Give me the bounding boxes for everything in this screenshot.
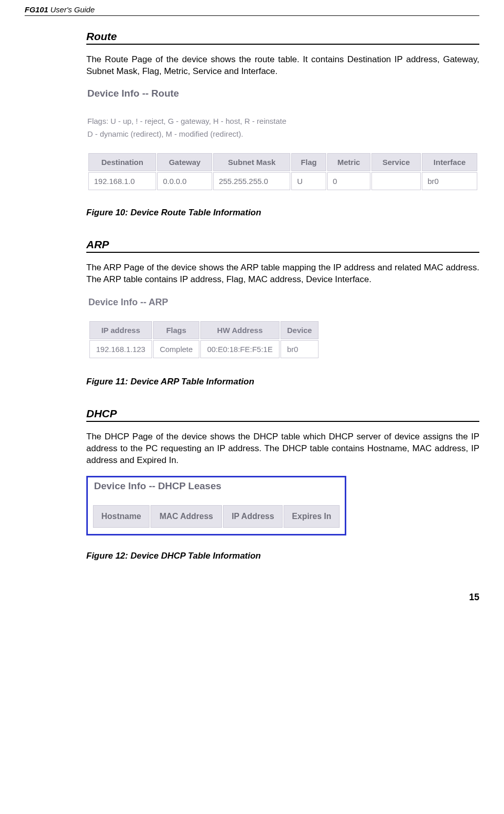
route-flags-line1: Flags: U - up, ! - reject, G - gateway, …: [87, 115, 478, 128]
dhcp-th-ip: IP Address: [223, 505, 283, 528]
dhcp-th-expires: Expires In: [284, 505, 340, 528]
page-header: FG101 User's Guide: [25, 5, 479, 16]
figure-route-title: Device Info -- Route: [87, 88, 478, 99]
route-th-destination: Destination: [88, 153, 156, 171]
page-number: 15: [25, 592, 479, 603]
arp-td-flags: Complete: [153, 340, 199, 358]
figure-dhcp: Device Info -- DHCP Leases Hostname MAC …: [86, 476, 346, 535]
route-td-destination: 192.168.1.0: [88, 172, 156, 190]
figure-10-caption: Figure 10: Device Route Table Informatio…: [86, 208, 479, 218]
route-data-row: 192.168.1.0 0.0.0.0 255.255.255.0 U 0 br…: [88, 172, 477, 190]
figure-11-caption: Figure 11: Device ARP Table Information: [86, 377, 479, 387]
route-th-subnet: Subnet Mask: [213, 153, 290, 171]
route-flags-line2: D - dynamic (redirect), M - modified (re…: [87, 127, 478, 141]
arp-td-hw: 00:E0:18:FE:F5:1E: [200, 340, 279, 358]
figure-dhcp-title: Device Info -- DHCP Leases: [94, 480, 341, 492]
arp-body-text: The ARP Page of the device shows the ARP…: [86, 262, 479, 286]
route-th-metric: Metric: [327, 153, 370, 171]
product-name: FG101: [25, 5, 48, 14]
route-td-metric: 0: [327, 172, 370, 190]
dhcp-th-mac: MAC Address: [151, 505, 222, 528]
figure-arp-title: Device Info -- ARP: [88, 297, 340, 308]
route-flags-legend: Flags: U - up, ! - reject, G - gateway, …: [87, 115, 478, 141]
dhcp-th-hostname: Hostname: [93, 505, 150, 528]
route-header-row: Destination Gateway Subnet Mask Flag Met…: [88, 153, 477, 171]
dhcp-body-text: The DHCP Page of the device shows the DH…: [86, 431, 479, 467]
section-heading-dhcp: DHCP: [86, 408, 479, 422]
arp-th-hw: HW Address: [200, 321, 279, 339]
route-td-subnet: 255.255.255.0: [213, 172, 290, 190]
arp-th-flags: Flags: [153, 321, 199, 339]
section-heading-route: Route: [86, 30, 479, 45]
figure-arp: Device Info -- ARP IP address Flags HW A…: [86, 295, 342, 361]
arp-th-ip: IP address: [89, 321, 152, 339]
dhcp-header-row: Hostname MAC Address IP Address Expires …: [93, 505, 340, 528]
route-th-service: Service: [371, 153, 421, 171]
arp-td-ip: 192.168.1.123: [89, 340, 152, 358]
route-td-interface: br0: [422, 172, 477, 190]
arp-table: IP address Flags HW Address Device 192.1…: [88, 320, 320, 359]
section-heading-arp: ARP: [86, 238, 479, 253]
route-td-flag: U: [291, 172, 326, 190]
arp-th-device: Device: [281, 321, 319, 339]
route-th-interface: Interface: [422, 153, 477, 171]
route-table: Destination Gateway Subnet Mask Flag Met…: [87, 152, 478, 191]
route-body-text: The Route Page of the device shows the r…: [86, 54, 479, 78]
dhcp-table: Hostname MAC Address IP Address Expires …: [92, 504, 341, 529]
arp-td-device: br0: [281, 340, 319, 358]
arp-header-row: IP address Flags HW Address Device: [89, 321, 319, 339]
route-td-service: [371, 172, 421, 190]
figure-12-caption: Figure 12: Device DHCP Table Information: [86, 551, 479, 561]
arp-data-row: 192.168.1.123 Complete 00:E0:18:FE:F5:1E…: [89, 340, 319, 358]
figure-route: Device Info -- Route Flags: U - up, ! - …: [86, 87, 479, 192]
route-td-gateway: 0.0.0.0: [157, 172, 212, 190]
route-th-flag: Flag: [291, 153, 326, 171]
guide-name: User's Guide: [48, 5, 95, 14]
route-th-gateway: Gateway: [157, 153, 212, 171]
